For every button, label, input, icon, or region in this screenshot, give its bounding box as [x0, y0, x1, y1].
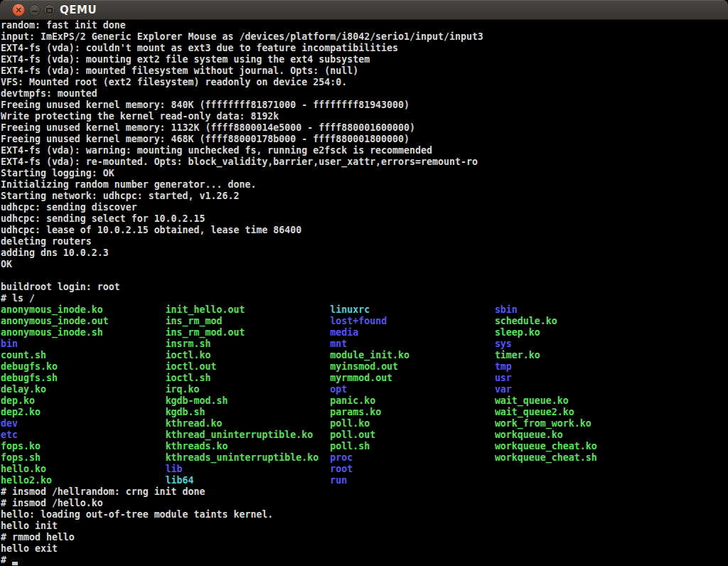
file-entry: ins_rm_mod [166, 316, 223, 326]
terminal-line: udhcpc: lease of 10.0.2.15 obtained, lea… [1, 225, 728, 236]
terminal-line: # rmmod hello [1, 532, 728, 543]
terminal-line: EXT4-fs (vda): mounted filesystem withou… [1, 65, 728, 77]
file-entry: kthreads.ko [166, 441, 228, 452]
ls-row: delay.ko irq.ko opt var [1, 384, 728, 395]
window-title: QEMU [60, 0, 97, 20]
terminal-line: Starting network: udhcpc: started, v1.26… [1, 191, 728, 202]
file-entry: var [495, 384, 512, 395]
file-entry: bin [1, 338, 18, 349]
minimize-button[interactable] [28, 4, 41, 16]
file-entry: poll.out [330, 429, 375, 440]
file-entry: kthread_uninterruptible.ko [166, 429, 314, 440]
file-entry: fops.ko [1, 441, 41, 452]
file-entry: anonymous_inode.out [1, 316, 109, 326]
ls-row: anonymous_inode.sh ins_rm_mod.out media … [1, 327, 728, 338]
terminal-line: buildroot login: root [1, 282, 728, 293]
file-entry: hello.ko [1, 464, 46, 474]
file-entry: usr [495, 373, 512, 383]
terminal-line: Initializing random number generator... … [1, 179, 728, 191]
ls-row: dev kthread.ko poll.ko work_from_work.ko [1, 418, 728, 429]
file-entry: lost+found [330, 316, 387, 326]
file-entry: lib64 [166, 475, 194, 486]
file-entry: work_from_work.ko [495, 418, 592, 429]
terminal-cursor [12, 562, 18, 565]
terminal-line: udhcpc: sending select for 10.0.2.15 [1, 213, 728, 225]
terminal-line: random: fast init done [1, 20, 728, 31]
terminal-line: devtmpfs: mounted [1, 88, 728, 100]
file-entry: anonymous_inode.ko [1, 304, 103, 315]
file-entry: workqueue_cheat.sh [495, 452, 597, 463]
terminal[interactable]: random: fast init doneinput: ImExPS/2 Ge… [0, 20, 728, 566]
qemu-window: × QEMU random: fast init doneinput: ImEx… [0, 0, 728, 566]
file-entry: ioctl.out [166, 361, 217, 372]
ls-row: dep2.ko kgdb.sh params.ko wait_queue2.ko [1, 407, 728, 418]
file-entry: schedule.ko [495, 316, 557, 326]
ls-row: dep.ko kgdb-mod.sh panic.ko wait_queue.k… [1, 395, 728, 407]
file-entry: dev [1, 418, 18, 429]
file-entry: params.ko [330, 407, 381, 417]
file-entry: workqueue.ko [495, 429, 563, 440]
file-entry: poll.sh [330, 441, 370, 452]
file-entry: module_init.ko [330, 350, 410, 361]
file-entry: kthread.ko [166, 418, 223, 429]
file-entry: root [330, 464, 353, 474]
file-entry: kthreads_uninterruptible.ko [166, 452, 319, 463]
file-entry: poll.ko [330, 418, 370, 429]
terminal-line: # [1, 555, 728, 566]
terminal-line [1, 270, 728, 282]
ls-row: debugfs.ko ioctl.out myinsmod.out tmp [1, 361, 728, 373]
terminal-line: adding dns 10.0.2.3 [1, 247, 728, 259]
terminal-line: Starting logging: OK [1, 168, 728, 179]
ls-row: hello.ko lib root [1, 464, 728, 475]
file-entry: tmp [495, 361, 512, 372]
file-entry: init_hello.out [166, 304, 245, 315]
file-entry: ins_rm_mod.out [166, 327, 245, 338]
file-entry: anonymous_inode.sh [1, 327, 103, 338]
terminal-line: EXT4-fs (vda): couldn't mount as ext3 du… [1, 43, 728, 54]
terminal-line: udhcpc: sending discover [1, 202, 728, 213]
maximize-button[interactable] [43, 4, 55, 16]
terminal-line: input: ImExPS/2 Generic Explorer Mouse a… [1, 31, 728, 43]
file-entry: mnt [330, 338, 347, 349]
titlebar[interactable]: × QEMU [0, 0, 728, 20]
terminal-line: hello: loading out-of-tree module taints… [1, 509, 728, 520]
file-entry: sys [495, 338, 512, 349]
terminal-line: Freeing unused kernel memory: 840K (ffff… [1, 100, 728, 111]
file-entry: sleep.ko [495, 327, 540, 338]
terminal-line: # insmod /hello.ko [1, 498, 728, 509]
file-entry: etc [1, 429, 18, 440]
ls-row: anonymous_inode.out ins_rm_mod lost+foun… [1, 316, 728, 327]
file-entry: insrm.sh [166, 338, 211, 349]
file-entry: myinsmod.out [330, 361, 398, 372]
terminal-line: deleting routers [1, 236, 728, 247]
file-entry: proc [330, 452, 353, 463]
file-entry: hello2.ko [1, 475, 52, 486]
ls-row: hello2.ko lib64 run [1, 475, 728, 486]
terminal-line: EXT4-fs (vda): re-mounted. Opts: block_v… [1, 156, 728, 168]
file-entry: dep2.ko [1, 407, 41, 417]
file-entry: timer.ko [495, 350, 540, 361]
terminal-line: hello init [1, 520, 728, 532]
file-entry: ioctl.sh [166, 373, 211, 383]
file-entry: media [330, 327, 358, 338]
file-entry: sbin [495, 304, 518, 315]
ls-row: etc kthread_uninterruptible.ko poll.out … [1, 429, 728, 441]
file-entry: fops.sh [1, 452, 41, 463]
file-entry: count.sh [1, 350, 46, 361]
file-entry: run [330, 475, 347, 486]
file-entry: myrmmod.out [330, 373, 392, 383]
ls-row: fops.ko kthreads.ko poll.sh workqueue_ch… [1, 441, 728, 452]
file-entry: wait_queue2.ko [495, 407, 574, 417]
ls-row: count.sh ioctl.ko module_init.ko timer.k… [1, 350, 728, 361]
file-entry: ioctl.ko [166, 350, 211, 361]
file-entry: linuxrc [330, 304, 370, 315]
terminal-line: Freeing unused kernel memory: 468K (ffff… [1, 134, 728, 145]
close-button[interactable]: × [12, 4, 25, 16]
file-entry: wait_queue.ko [495, 395, 569, 406]
file-entry: kgdb-mod.sh [166, 395, 228, 406]
terminal-line: Write protecting the kernel read-only da… [1, 111, 728, 122]
file-entry: opt [330, 384, 347, 395]
ls-row: anonymous_inode.ko init_hello.out linuxr… [1, 304, 728, 316]
ls-row: debugfs.sh ioctl.sh myrmmod.out usr [1, 373, 728, 384]
ls-row: bin insrm.sh mnt sys [1, 338, 728, 350]
